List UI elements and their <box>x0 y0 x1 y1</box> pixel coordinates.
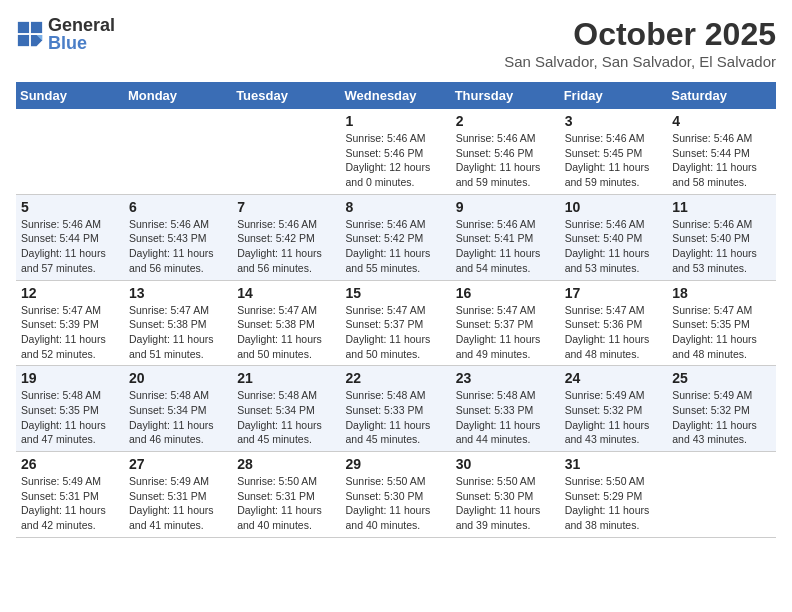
calendar-cell <box>232 109 340 194</box>
day-number: 10 <box>565 199 663 215</box>
calendar-cell: 30Sunrise: 5:50 AM Sunset: 5:30 PM Dayli… <box>451 452 560 538</box>
calendar-cell <box>667 452 776 538</box>
day-info: Sunrise: 5:47 AM Sunset: 5:38 PM Dayligh… <box>129 303 227 362</box>
calendar-cell: 9Sunrise: 5:46 AM Sunset: 5:41 PM Daylig… <box>451 194 560 280</box>
logo: General Blue <box>16 16 115 52</box>
day-info: Sunrise: 5:50 AM Sunset: 5:30 PM Dayligh… <box>456 474 555 533</box>
day-info: Sunrise: 5:46 AM Sunset: 5:44 PM Dayligh… <box>672 131 771 190</box>
weekday-header: Tuesday <box>232 82 340 109</box>
day-info: Sunrise: 5:46 AM Sunset: 5:42 PM Dayligh… <box>346 217 446 276</box>
day-number: 6 <box>129 199 227 215</box>
calendar-cell: 17Sunrise: 5:47 AM Sunset: 5:36 PM Dayli… <box>560 280 668 366</box>
day-number: 20 <box>129 370 227 386</box>
weekday-header: Monday <box>124 82 232 109</box>
day-info: Sunrise: 5:49 AM Sunset: 5:31 PM Dayligh… <box>129 474 227 533</box>
svg-rect-1 <box>31 22 42 33</box>
calendar-week-row: 1Sunrise: 5:46 AM Sunset: 5:46 PM Daylig… <box>16 109 776 194</box>
location: San Salvador, San Salvador, El Salvador <box>504 53 776 70</box>
calendar-cell: 11Sunrise: 5:46 AM Sunset: 5:40 PM Dayli… <box>667 194 776 280</box>
calendar-cell: 18Sunrise: 5:47 AM Sunset: 5:35 PM Dayli… <box>667 280 776 366</box>
calendar-cell: 10Sunrise: 5:46 AM Sunset: 5:40 PM Dayli… <box>560 194 668 280</box>
weekday-header-row: SundayMondayTuesdayWednesdayThursdayFrid… <box>16 82 776 109</box>
calendar-cell: 25Sunrise: 5:49 AM Sunset: 5:32 PM Dayli… <box>667 366 776 452</box>
day-number: 1 <box>346 113 446 129</box>
day-number: 23 <box>456 370 555 386</box>
calendar-cell: 26Sunrise: 5:49 AM Sunset: 5:31 PM Dayli… <box>16 452 124 538</box>
day-number: 15 <box>346 285 446 301</box>
calendar-cell: 8Sunrise: 5:46 AM Sunset: 5:42 PM Daylig… <box>341 194 451 280</box>
day-number: 27 <box>129 456 227 472</box>
day-info: Sunrise: 5:47 AM Sunset: 5:37 PM Dayligh… <box>346 303 446 362</box>
day-number: 12 <box>21 285 119 301</box>
day-info: Sunrise: 5:48 AM Sunset: 5:34 PM Dayligh… <box>129 388 227 447</box>
calendar-cell: 15Sunrise: 5:47 AM Sunset: 5:37 PM Dayli… <box>341 280 451 366</box>
calendar-cell <box>16 109 124 194</box>
day-info: Sunrise: 5:48 AM Sunset: 5:35 PM Dayligh… <box>21 388 119 447</box>
svg-rect-2 <box>18 35 29 46</box>
calendar-week-row: 5Sunrise: 5:46 AM Sunset: 5:44 PM Daylig… <box>16 194 776 280</box>
day-number: 14 <box>237 285 335 301</box>
day-number: 30 <box>456 456 555 472</box>
day-info: Sunrise: 5:47 AM Sunset: 5:37 PM Dayligh… <box>456 303 555 362</box>
calendar-cell: 14Sunrise: 5:47 AM Sunset: 5:38 PM Dayli… <box>232 280 340 366</box>
logo-icon <box>16 20 44 48</box>
day-number: 24 <box>565 370 663 386</box>
day-number: 19 <box>21 370 119 386</box>
day-info: Sunrise: 5:46 AM Sunset: 5:43 PM Dayligh… <box>129 217 227 276</box>
calendar-week-row: 19Sunrise: 5:48 AM Sunset: 5:35 PM Dayli… <box>16 366 776 452</box>
day-number: 17 <box>565 285 663 301</box>
calendar-cell: 22Sunrise: 5:48 AM Sunset: 5:33 PM Dayli… <box>341 366 451 452</box>
day-info: Sunrise: 5:46 AM Sunset: 5:44 PM Dayligh… <box>21 217 119 276</box>
calendar-cell: 24Sunrise: 5:49 AM Sunset: 5:32 PM Dayli… <box>560 366 668 452</box>
day-info: Sunrise: 5:48 AM Sunset: 5:33 PM Dayligh… <box>456 388 555 447</box>
month-title: October 2025 <box>504 16 776 53</box>
day-number: 25 <box>672 370 771 386</box>
calendar-cell: 21Sunrise: 5:48 AM Sunset: 5:34 PM Dayli… <box>232 366 340 452</box>
weekday-header: Friday <box>560 82 668 109</box>
day-number: 16 <box>456 285 555 301</box>
calendar-cell: 23Sunrise: 5:48 AM Sunset: 5:33 PM Dayli… <box>451 366 560 452</box>
day-number: 8 <box>346 199 446 215</box>
day-info: Sunrise: 5:46 AM Sunset: 5:40 PM Dayligh… <box>672 217 771 276</box>
calendar-cell: 16Sunrise: 5:47 AM Sunset: 5:37 PM Dayli… <box>451 280 560 366</box>
title-block: October 2025 San Salvador, San Salvador,… <box>504 16 776 70</box>
weekday-header: Saturday <box>667 82 776 109</box>
day-info: Sunrise: 5:46 AM Sunset: 5:41 PM Dayligh… <box>456 217 555 276</box>
weekday-header: Wednesday <box>341 82 451 109</box>
day-number: 21 <box>237 370 335 386</box>
day-number: 3 <box>565 113 663 129</box>
day-info: Sunrise: 5:46 AM Sunset: 5:40 PM Dayligh… <box>565 217 663 276</box>
calendar-cell: 20Sunrise: 5:48 AM Sunset: 5:34 PM Dayli… <box>124 366 232 452</box>
day-number: 13 <box>129 285 227 301</box>
day-number: 28 <box>237 456 335 472</box>
day-info: Sunrise: 5:46 AM Sunset: 5:46 PM Dayligh… <box>346 131 446 190</box>
day-number: 11 <box>672 199 771 215</box>
weekday-header: Thursday <box>451 82 560 109</box>
calendar-cell: 13Sunrise: 5:47 AM Sunset: 5:38 PM Dayli… <box>124 280 232 366</box>
day-number: 2 <box>456 113 555 129</box>
calendar-cell: 12Sunrise: 5:47 AM Sunset: 5:39 PM Dayli… <box>16 280 124 366</box>
page-header: General Blue October 2025 San Salvador, … <box>16 16 776 70</box>
day-number: 7 <box>237 199 335 215</box>
calendar-cell: 29Sunrise: 5:50 AM Sunset: 5:30 PM Dayli… <box>341 452 451 538</box>
day-info: Sunrise: 5:46 AM Sunset: 5:45 PM Dayligh… <box>565 131 663 190</box>
calendar-cell: 28Sunrise: 5:50 AM Sunset: 5:31 PM Dayli… <box>232 452 340 538</box>
day-number: 5 <box>21 199 119 215</box>
day-info: Sunrise: 5:49 AM Sunset: 5:31 PM Dayligh… <box>21 474 119 533</box>
calendar-week-row: 12Sunrise: 5:47 AM Sunset: 5:39 PM Dayli… <box>16 280 776 366</box>
day-info: Sunrise: 5:49 AM Sunset: 5:32 PM Dayligh… <box>565 388 663 447</box>
calendar-cell: 6Sunrise: 5:46 AM Sunset: 5:43 PM Daylig… <box>124 194 232 280</box>
day-number: 9 <box>456 199 555 215</box>
day-info: Sunrise: 5:50 AM Sunset: 5:29 PM Dayligh… <box>565 474 663 533</box>
day-info: Sunrise: 5:47 AM Sunset: 5:35 PM Dayligh… <box>672 303 771 362</box>
day-number: 4 <box>672 113 771 129</box>
logo-general: General <box>48 15 115 35</box>
logo-blue: Blue <box>48 33 87 53</box>
calendar-cell: 2Sunrise: 5:46 AM Sunset: 5:46 PM Daylig… <box>451 109 560 194</box>
calendar-cell: 31Sunrise: 5:50 AM Sunset: 5:29 PM Dayli… <box>560 452 668 538</box>
day-info: Sunrise: 5:47 AM Sunset: 5:38 PM Dayligh… <box>237 303 335 362</box>
day-info: Sunrise: 5:50 AM Sunset: 5:30 PM Dayligh… <box>346 474 446 533</box>
day-info: Sunrise: 5:48 AM Sunset: 5:34 PM Dayligh… <box>237 388 335 447</box>
day-info: Sunrise: 5:46 AM Sunset: 5:46 PM Dayligh… <box>456 131 555 190</box>
day-info: Sunrise: 5:47 AM Sunset: 5:36 PM Dayligh… <box>565 303 663 362</box>
